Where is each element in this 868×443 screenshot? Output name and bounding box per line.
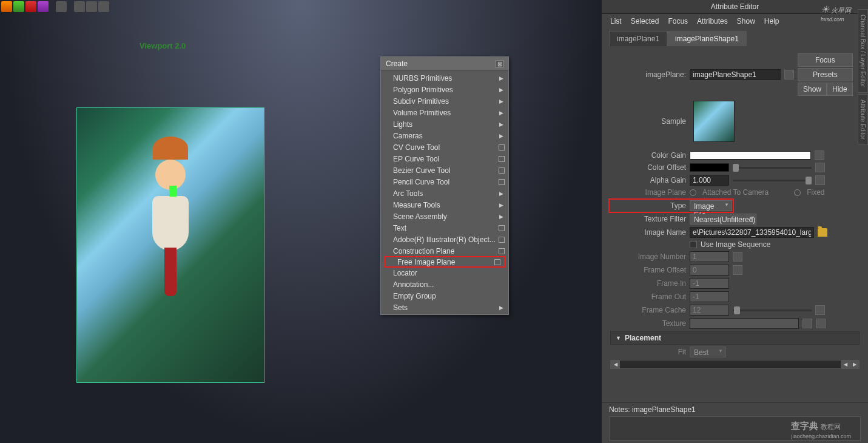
scroll-left-icon[interactable]: ◀ — [611, 360, 620, 368]
texture-connect-icon-2[interactable] — [816, 319, 826, 328]
hide-button[interactable]: Hide — [827, 83, 853, 96]
option-box-icon[interactable] — [499, 156, 505, 162]
alphagain-slider[interactable] — [733, 180, 812, 181]
imagename-input[interactable] — [690, 227, 814, 238]
imagenum-connect-icon[interactable] — [733, 252, 742, 262]
create-menu: Create ⊠ NURBS Primitives▶Polygon Primit… — [380, 56, 509, 315]
watermark-top: ☀ 火星网 hxsd.com — [821, 4, 851, 22]
radio-fixed[interactable] — [794, 189, 801, 196]
menu-attributes[interactable]: Attributes — [697, 17, 728, 25]
menu-item-cv-curve-tool[interactable]: CV Curve Tool — [381, 141, 508, 153]
framecache-slider[interactable] — [733, 309, 812, 311]
fit-dropdown[interactable]: Best — [690, 347, 726, 357]
menu-item-annotation-[interactable]: Annotation... — [381, 279, 508, 290]
menu-item-ep-curve-tool[interactable]: EP Curve Tool — [381, 153, 508, 164]
radio-attached[interactable] — [690, 189, 696, 196]
menu-item-volume-primitives[interactable]: Volume Primitives▶ — [381, 107, 508, 118]
chevron-right-icon: ▶ — [499, 121, 503, 127]
useseq-checkbox[interactable] — [690, 241, 697, 248]
menu-item-bezier-curve-tool[interactable]: Bezier Curve Tool — [381, 164, 508, 176]
menu-item-label: CV Curve Tool — [393, 143, 440, 152]
option-box-icon[interactable] — [499, 248, 505, 254]
menu-item-locator[interactable]: Locator — [381, 267, 508, 279]
tool-icon-1[interactable] — [1, 1, 12, 12]
image-plane-object[interactable] — [76, 107, 264, 383]
menu-help[interactable]: Help — [764, 17, 779, 25]
alphagain-input[interactable] — [690, 175, 729, 186]
coloroffset-swatch[interactable] — [690, 163, 729, 172]
tool-icon-6[interactable] — [74, 1, 85, 12]
scroll-right-icon[interactable]: ◀ — [841, 360, 850, 368]
menu-item-construction-plane[interactable]: Construction Plane — [381, 245, 508, 257]
tool-icon-8[interactable] — [98, 1, 109, 12]
texture-connect-icon-1[interactable] — [802, 319, 812, 328]
menu-selected[interactable]: Selected — [631, 17, 659, 25]
viewport[interactable]: Viewport 2.0 Create ⊠ NURBS Primitives▶P… — [0, 0, 601, 443]
menu-item-polygon-primitives[interactable]: Polygon Primitives▶ — [381, 84, 508, 95]
menu-item-arc-tools[interactable]: Arc Tools▶ — [381, 188, 508, 199]
imageplane-mode-label: Image Plane — [610, 188, 686, 197]
chevron-right-icon: ▶ — [499, 87, 503, 93]
menu-item-nurbs-primitives[interactable]: NURBS Primitives▶ — [381, 72, 508, 84]
placement-section[interactable]: ▼ Placement — [610, 331, 860, 345]
menu-show[interactable]: Show — [737, 17, 755, 25]
chevron-right-icon: ▶ — [499, 214, 503, 220]
option-box-icon[interactable] — [499, 167, 505, 174]
folder-icon[interactable] — [818, 228, 827, 237]
option-box-icon[interactable] — [499, 225, 505, 231]
chevron-right-icon: ▶ — [499, 110, 503, 116]
presets-button[interactable]: Presets — [798, 68, 853, 81]
menu-item-measure-tools[interactable]: Measure Tools▶ — [381, 199, 508, 211]
option-box-icon[interactable] — [494, 259, 500, 265]
tool-icon-5[interactable] — [56, 1, 67, 12]
tool-icon-4[interactable] — [38, 1, 49, 12]
menu-close-icon[interactable]: ⊠ — [496, 60, 503, 68]
menu-item-adobe-r-illustrator-r-object-[interactable]: Adobe(R) Illustrator(R) Object... — [381, 234, 508, 245]
menu-item-pencil-curve-tool[interactable]: Pencil Curve Tool — [381, 176, 508, 188]
tab-imageplane1[interactable]: imagePlane1 — [609, 31, 667, 46]
menu-focus[interactable]: Focus — [668, 17, 688, 25]
type-label: Type — [610, 201, 686, 210]
menu-title-bar[interactable]: Create ⊠ — [381, 57, 508, 71]
menu-item-free-image-plane[interactable]: Free Image Plane — [384, 256, 505, 268]
tool-icon-3[interactable] — [25, 1, 36, 12]
side-tab-channelbox[interactable]: Channel Box / Layer Editor — [858, 9, 868, 93]
menu-item-label: Pencil Curve Tool — [393, 178, 449, 186]
menu-item-label: Text — [393, 224, 406, 232]
horizontal-scrollbar[interactable]: ◀ ◀ ▶ — [610, 360, 860, 369]
option-box-icon[interactable] — [499, 144, 505, 150]
menu-item-cameras[interactable]: Cameras▶ — [381, 130, 508, 141]
menu-item-scene-assembly[interactable]: Scene Assembly▶ — [381, 211, 508, 222]
sample-swatch[interactable] — [693, 101, 735, 142]
alphagain-connect-icon[interactable] — [815, 175, 825, 185]
nodename-input[interactable] — [690, 69, 781, 80]
colorgain-swatch[interactable] — [690, 151, 811, 160]
colorgain-connect-icon[interactable] — [815, 150, 824, 160]
option-box-icon[interactable] — [499, 179, 505, 185]
focus-button[interactable]: Focus — [798, 53, 853, 67]
menu-list[interactable]: List — [610, 17, 622, 25]
tool-icon-7[interactable] — [86, 1, 97, 12]
framein-input — [690, 278, 729, 289]
side-tab-attreditor[interactable]: Attribute Editor — [858, 94, 868, 145]
framecache-label: Frame Cache — [610, 306, 686, 314]
tab-imageplaneshape1[interactable]: imagePlaneShape1 — [667, 31, 747, 46]
menu-item-text[interactable]: Text — [381, 222, 508, 234]
texfilter-dropdown[interactable]: Nearest(Unfiltered) — [690, 214, 756, 225]
node-tabs: imagePlane1 imagePlaneShape1 — [602, 29, 868, 46]
menu-item-lights[interactable]: Lights▶ — [381, 118, 508, 130]
coloroffset-slider[interactable] — [733, 167, 812, 169]
type-dropdown[interactable]: Image File — [690, 200, 732, 211]
io-icon-1[interactable] — [784, 70, 794, 79]
menu-item-empty-group[interactable]: Empty Group — [381, 290, 508, 302]
frameoffset-connect-icon[interactable] — [733, 265, 742, 275]
menu-item-subdiv-primitives[interactable]: Subdiv Primitives▶ — [381, 95, 508, 107]
coloroffset-connect-icon[interactable] — [815, 163, 825, 172]
show-button[interactable]: Show — [798, 83, 827, 96]
framecache-connect-icon[interactable] — [815, 305, 825, 315]
tool-icon-2[interactable] — [13, 1, 24, 12]
menu-item-sets[interactable]: Sets▶ — [381, 302, 508, 313]
option-box-icon[interactable] — [499, 237, 505, 243]
chevron-down-icon: ▼ — [616, 335, 621, 341]
scroll-right-icon-2[interactable]: ▶ — [850, 360, 859, 368]
